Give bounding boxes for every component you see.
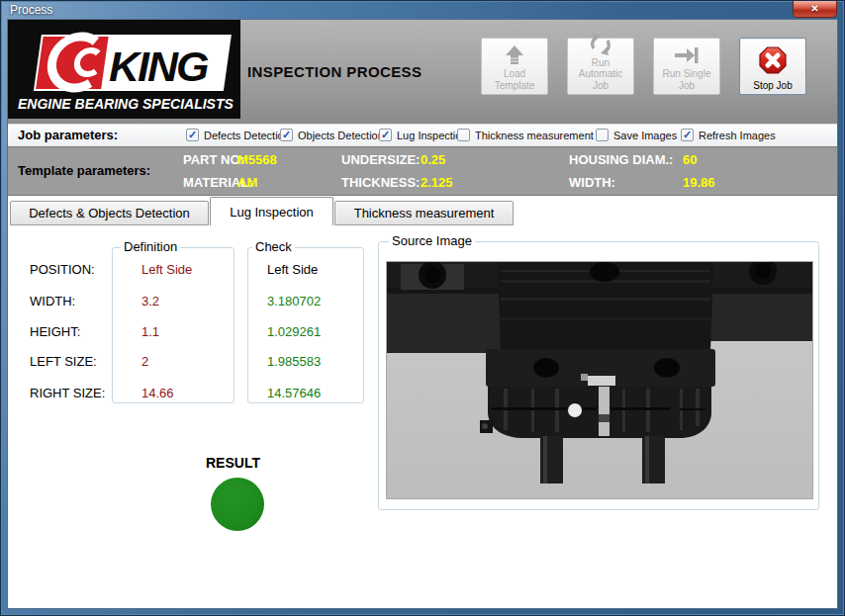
left-size-row-label: LEFT SIZE: (30, 354, 97, 369)
window-content: KING ENGINE BEARING SPECIALISTS INSPECTI… (8, 20, 837, 608)
checkbox-check-icon (457, 129, 470, 141)
window-title: Process (10, 3, 52, 17)
stop-job-label: Stop Job (753, 80, 792, 92)
stop-job-button[interactable]: Stop Job (739, 38, 806, 95)
page-title: INSPECTION PROCESS (247, 63, 422, 80)
housing-diam-value: 60 (683, 152, 697, 167)
source-image-groupbox: Source Image (378, 241, 819, 510)
run-automatic-job-label: Run Automatic Job (570, 57, 631, 92)
source-image-photo (387, 262, 812, 498)
definition-right-size-value: 14.66 (141, 386, 174, 400)
definition-height-value: 1.1 (141, 324, 159, 339)
checkbox-check-icon (596, 129, 609, 141)
checkbox-thickness-measurement[interactable]: Thickness measurement (457, 129, 594, 141)
run-single-job-label: Run Single Job (656, 68, 717, 91)
part-no-label: PART NO: (183, 152, 244, 167)
king-logo: KING ENGINE BEARING SPECIALISTS (8, 20, 240, 119)
load-template-button[interactable]: Load Template (481, 38, 548, 95)
checkbox-save-images[interactable]: Save Images (596, 129, 677, 141)
undersize-value: 0.25 (421, 152, 445, 167)
checkbox-check-icon: ✓ (379, 129, 392, 141)
width-row-label: WIDTH: (30, 294, 75, 308)
checkbox-check-icon: ✓ (681, 129, 694, 141)
check-title: Check (252, 239, 295, 254)
tab-thickness-measurement[interactable]: Thickness measurement (334, 201, 514, 225)
definition-width-value: 3.2 (141, 294, 159, 308)
width-value: 19.86 (683, 175, 715, 190)
process-window: Process ✕ KING ENGINE BEARING SPECIALIST… (0, 0, 845, 616)
load-template-label: Load Template (484, 68, 545, 91)
close-button[interactable]: ✕ (793, 1, 837, 18)
checkbox-lug-inspection[interactable]: ✓ Lug Inspection (379, 129, 468, 141)
check-height-value: 1.029261 (267, 324, 321, 339)
right-size-row-label: RIGHT SIZE: (30, 386, 105, 400)
result-label: RESULT (206, 455, 260, 471)
definition-left-size-value: 2 (141, 354, 148, 369)
run-automatic-job-button[interactable]: Run Automatic Job (567, 38, 634, 95)
undersize-label: UNDERSIZE: (341, 152, 420, 167)
logo-brand-text: KING (109, 43, 209, 90)
position-row-label: POSITION: (30, 262, 95, 277)
tab-lug-inspection[interactable]: Lug Inspection (210, 197, 333, 225)
source-image-title: Source Image (389, 233, 475, 248)
template-parameters-label: Template parameters: (18, 163, 150, 178)
width-label: WIDTH: (569, 175, 615, 190)
checkbox-check-icon: ✓ (280, 129, 293, 141)
tab-defects-objects-detection[interactable]: Defects & Objects Detection (10, 201, 209, 225)
header: KING ENGINE BEARING SPECIALISTS INSPECTI… (8, 20, 837, 124)
step-forward-icon (674, 42, 700, 68)
king-logo-graphic: KING ENGINE BEARING SPECIALISTS (8, 20, 240, 119)
checkbox-label: Defects Detection (204, 130, 290, 141)
checkbox-check-icon: ✓ (186, 129, 199, 141)
upload-arrow-icon (503, 42, 526, 68)
check-position-value: Left Side (267, 262, 318, 277)
template-parameters-panel: Template parameters: PART NO: M5568 UNDE… (8, 146, 837, 196)
height-row-label: HEIGHT: (30, 324, 80, 339)
checkbox-label: Objects Detection (298, 130, 384, 141)
checkbox-label: Save Images (613, 130, 677, 141)
checkbox-refresh-images[interactable]: ✓ Refresh Images (681, 129, 776, 141)
job-parameters-bar: Job parameters: ✓ Defects Detection ✓ Ob… (8, 124, 837, 146)
job-parameters-label: Job parameters: (18, 128, 118, 142)
tab-strip: Defects & Objects Detection Lug Inspecti… (8, 196, 837, 225)
checkbox-label: Refresh Images (699, 130, 776, 141)
check-width-value: 3.180702 (267, 294, 321, 308)
checkbox-label: Thickness measurement (475, 130, 594, 141)
close-icon: ✕ (810, 3, 818, 14)
logo-tagline: ENGINE BEARING SPECIALISTS (18, 96, 234, 112)
part-no-value: M5568 (237, 152, 277, 167)
thickness-label: THICKNESS: (341, 175, 420, 190)
checkbox-objects-detection[interactable]: ✓ Objects Detection (280, 129, 384, 141)
checkbox-defects-detection[interactable]: ✓ Defects Detection (186, 129, 290, 141)
refresh-icon (588, 32, 613, 57)
check-right-size-value: 14.57646 (267, 386, 321, 400)
run-single-job-button[interactable]: Run Single Job (653, 38, 720, 95)
definition-position-value: Left Side (141, 262, 192, 277)
housing-diam-label: HOUSING DIAM.: (569, 152, 673, 167)
check-left-size-value: 1.985583 (267, 354, 321, 369)
definition-title: Definition (121, 239, 180, 254)
result-status-indicator (211, 478, 264, 531)
thickness-value: 2.125 (421, 175, 453, 190)
material-value: AM (237, 175, 257, 190)
stop-icon (758, 42, 788, 80)
